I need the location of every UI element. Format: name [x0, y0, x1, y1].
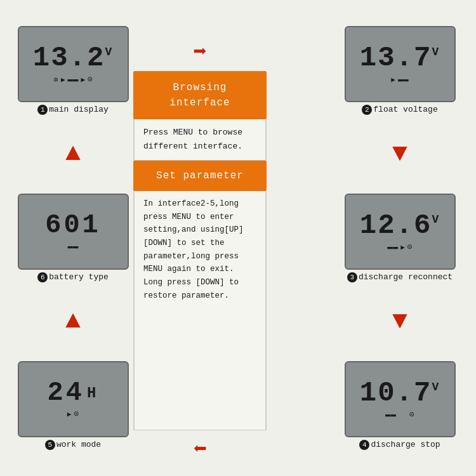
lcd-value-battery: 601	[45, 212, 101, 239]
panel-float-voltage: 13.7V ▶ ▬▬ 2float voltage	[345, 26, 456, 115]
label-battery-type: 6battery type	[37, 272, 109, 282]
lcd-value-stop: 10.7V	[360, 379, 440, 407]
battery-icon-reconnect: ▬▬	[387, 242, 398, 252]
panel-discharge-reconnect: 12.6V ▬▬ ▶ ⊙ 3discharge reconnect	[345, 194, 456, 282]
label-float-voltage: 2float voltage	[362, 105, 437, 115]
label-discharge-reconnect: 3discharge reconnect	[347, 272, 453, 282]
panel-main-display: 13.2V ✲ ▶ ▬▬ ▶ ⊙ 1main display	[18, 26, 129, 115]
panel-battery-type: 601 ▬▬ 6battery type	[18, 194, 129, 282]
arrow-down-right-bottom: ▼	[392, 309, 407, 334]
lcd-icons-battery: ▬▬	[68, 241, 79, 251]
lcd-value-work: 24H	[48, 380, 99, 406]
bulb-icon-work: ⊙	[74, 409, 79, 419]
panel-work-mode: 24H ▶ ⊙ 5work mode	[18, 361, 129, 450]
arrow-icon-reconnect: ▶	[400, 243, 405, 251]
battery-icon-1: ▬▬	[68, 74, 79, 84]
lcd-work-mode: 24H ▶ ⊙	[18, 361, 129, 437]
arrow-icon-2: ▶	[81, 76, 85, 84]
lcd-battery-type: 601 ▬▬	[18, 194, 129, 270]
arrow-down-right-top: ▼	[392, 142, 407, 167]
label-discharge-stop: 4discharge stop	[359, 440, 440, 450]
set-parameter-desc: In interface2-5,long press MENU to enter…	[133, 191, 267, 430]
lcd-value-float: 13.7V	[360, 44, 440, 72]
bulb-icon-1: ⊙	[88, 74, 93, 84]
unit-work-mode: H	[87, 386, 98, 401]
lcd-main-display: 13.2V ✲ ▶ ▬▬ ▶ ⊙	[18, 26, 129, 102]
lcd-discharge-stop: 10.7V ▬▬ ⊙	[345, 361, 456, 437]
battery-icon-6: ▬▬	[68, 241, 79, 251]
lcd-icons-main: ✲ ▶ ▬▬ ▶ ⊙	[53, 74, 93, 84]
label-main-display: 1main display	[37, 105, 109, 115]
battery-icon-float: ▬▬	[398, 74, 409, 84]
arrow-left-bottom: ⬅	[193, 435, 207, 463]
arrow-up-left-bottom: ▲	[65, 309, 81, 334]
arrow-icon-1: ▶	[61, 76, 65, 84]
lcd-icons-stop: ▬▬ ⊙	[385, 409, 414, 420]
badge-4: 4	[359, 440, 369, 450]
bulb-icon-reconnect: ⊙	[407, 242, 413, 252]
arrow-up-left-top: ▲	[65, 142, 81, 167]
browsing-title: Browsinginterface	[143, 80, 256, 110]
set-parameter-box: Set parameter	[133, 161, 267, 191]
lcd-float-voltage: 13.7V ▶ ▬▬	[345, 26, 456, 102]
lcd-value-main: 13.2V	[33, 44, 113, 72]
lcd-icons-work: ▶ ⊙	[67, 409, 79, 419]
badge-5: 5	[45, 440, 55, 450]
sun-icon: ✲	[53, 74, 58, 84]
lcd-icons-float: ▶ ▬▬	[391, 74, 408, 84]
set-parameter-title: Set parameter	[143, 168, 256, 183]
arrow-right-top: ➡	[193, 38, 207, 66]
badge-1: 1	[37, 105, 48, 115]
lcd-value-reconnect: 12.6V	[360, 211, 440, 239]
space-icon	[399, 411, 407, 418]
lcd-discharge-reconnect: 12.6V ▬▬ ▶ ⊙	[345, 194, 456, 270]
battery-icon-stop: ▬▬	[385, 409, 396, 420]
arrow-icon-work: ▶	[67, 410, 72, 418]
label-work-mode: 5work mode	[45, 440, 101, 450]
lcd-icons-reconnect: ▬▬ ▶ ⊙	[387, 242, 412, 252]
badge-3: 3	[347, 272, 357, 282]
badge-6: 6	[37, 272, 48, 282]
browsing-box: Browsinginterface	[133, 71, 267, 119]
bulb-icon-stop: ⊙	[409, 409, 414, 420]
panel-discharge-stop: 10.7V ▬▬ ⊙ 4discharge stop	[345, 361, 456, 450]
browsing-desc: Press MENU to browse different interface…	[133, 119, 267, 161]
arrow-icon-float: ▶	[391, 76, 395, 84]
badge-2: 2	[362, 105, 372, 115]
